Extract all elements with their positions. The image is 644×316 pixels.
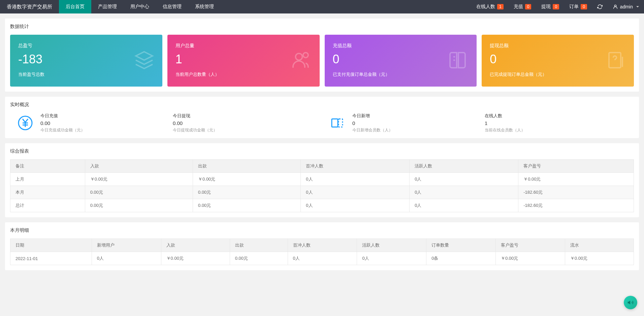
svg-point-0: [614, 5, 616, 7]
table-row: 总计0.00元0.00元0人0人-182.60元: [10, 199, 634, 212]
stats-panel: 数据统计 总盈亏 -183 当前盈亏总数 用户总量 1 当前用户总数量（人） 充…: [5, 19, 639, 92]
rt-value: 0: [352, 120, 393, 126]
realtime-grid: 今日充值 0.00 今日充值成功金额（元） 今日提现 0.00 今日提现成功金额…: [10, 113, 634, 133]
table-cell: 0.00元: [193, 199, 301, 212]
table-cell: 0.00元: [193, 186, 301, 199]
svg-marker-1: [136, 52, 153, 60]
order-badge: 0: [581, 4, 587, 9]
stat-label: 用户总量: [175, 43, 312, 49]
user-menu[interactable]: admin: [608, 0, 644, 13]
stat-desc: 当前用户总数量（人）: [175, 71, 312, 77]
order-label: 订单: [569, 4, 579, 10]
refresh-button[interactable]: [592, 0, 608, 13]
rt-value: 1: [485, 120, 525, 126]
users-icon: [291, 50, 312, 71]
main-nav: 后台首页 产品管理 用户中心 信息管理 系统管理: [59, 0, 221, 13]
table-header: 活跃人数: [357, 239, 426, 252]
table-cell: 0人: [301, 199, 410, 212]
realtime-title: 实时概况: [10, 102, 634, 108]
stat-card-deposit: 充值总额 0 已支付充值订单总金额（元）: [325, 35, 477, 87]
rt-value: 0.00: [40, 120, 85, 126]
report-panel: 综合报表 备注入款出款首冲人数活跃人数客户盈亏 上月￥0.00元￥0.00元0人…: [5, 143, 639, 217]
help-doc-icon: [606, 50, 626, 71]
rt-online: 在线人数 1 当前在线会员数（人）: [478, 113, 634, 133]
table-cell: 上月: [10, 173, 85, 186]
svg-rect-11: [339, 119, 343, 127]
rt-desc: 当前在线会员数（人）: [485, 127, 525, 133]
table-cell: 0.00元: [230, 252, 288, 265]
table-cell: -182.60元: [518, 199, 634, 212]
withdraw-indicator[interactable]: 提现 0: [536, 0, 564, 13]
stat-desc: 已支付充值订单总金额（元）: [333, 71, 469, 77]
withdraw-badge: 0: [553, 4, 559, 9]
table-header: 流水: [565, 239, 634, 252]
table-cell: 0人: [410, 199, 518, 212]
rt-label: 在线人数: [485, 113, 525, 119]
deposit-indicator[interactable]: 充值 0: [509, 0, 537, 13]
table-cell: 0人: [301, 173, 410, 186]
table-cell: -182.60元: [518, 186, 634, 199]
nav-product[interactable]: 产品管理: [91, 0, 124, 13]
stat-card-users: 用户总量 1 当前用户总数量（人）: [167, 35, 320, 87]
table-cell: 0人: [410, 173, 518, 186]
table-header: 入款: [85, 160, 193, 173]
user-icon: [613, 4, 618, 9]
online-label: 在线人数: [476, 4, 495, 10]
deposit-label: 充值: [514, 4, 523, 10]
rt-deposit: 今日充值 0.00 今日充值成功金额（元）: [10, 113, 166, 133]
table-cell: 0人: [301, 186, 410, 199]
table-cell: 2022-11-01: [10, 252, 92, 265]
table-header: 出款: [230, 239, 288, 252]
header-right: 在线人数 1 充值 0 提现 0 订单 0 admin: [471, 0, 644, 13]
realtime-panel: 实时概况 今日充值 0.00 今日充值成功金额（元） 今日提现 0.00 今日提…: [5, 97, 639, 138]
table-header: 新增用户: [92, 239, 161, 252]
rt-label: 今日充值: [40, 113, 85, 119]
table-cell: ￥0.00元: [161, 252, 230, 265]
rt-new-users: 今日新增 0 今日新增会员数（人）: [322, 113, 478, 133]
rt-label: 今日提现: [173, 113, 217, 119]
svg-rect-10: [332, 119, 338, 127]
table-row: 本月0.00元0.00元0人0人-182.60元: [10, 186, 634, 199]
table-header: 日期: [10, 239, 92, 252]
order-indicator[interactable]: 订单 0: [564, 0, 592, 13]
table-header: 入款: [161, 239, 230, 252]
stat-desc: 当前盈亏总数: [18, 71, 154, 77]
nav-user-center[interactable]: 用户中心: [124, 0, 156, 13]
layers-icon: [134, 50, 154, 71]
nav-system[interactable]: 系统管理: [188, 0, 221, 13]
rt-withdraw: 今日提现 0.00 今日提现成功金额（元）: [166, 113, 322, 133]
table-cell: 0人: [288, 252, 357, 265]
table-cell: ￥0.00元: [565, 252, 634, 265]
table-header: 出款: [193, 160, 301, 173]
table-cell: 0.00元: [85, 199, 193, 212]
refresh-icon: [597, 4, 603, 9]
svg-point-3: [303, 53, 308, 58]
table-cell: 0人: [410, 186, 518, 199]
table-cell: ￥0.00元: [193, 173, 301, 186]
stats-title: 数据统计: [10, 24, 634, 30]
nav-dashboard[interactable]: 后台首页: [59, 0, 91, 13]
rt-value: 0.00: [173, 120, 217, 126]
chevron-down-icon: [636, 6, 639, 9]
book-icon: [448, 50, 469, 71]
brand: 香港数字资产交易所: [0, 4, 59, 10]
rt-desc: 今日充值成功金额（元）: [40, 127, 85, 133]
svg-point-2: [295, 54, 302, 60]
stat-label: 提现总额: [490, 43, 626, 49]
table-row: 2022-11-010人￥0.00元0.00元0人0人0条￥0.00元￥0.00…: [10, 252, 634, 265]
online-indicator[interactable]: 在线人数 1: [471, 0, 509, 13]
table-header: 活跃人数: [410, 160, 518, 173]
card-icon: [329, 115, 346, 131]
online-badge: 1: [497, 4, 504, 9]
table-cell: ￥0.00元: [85, 173, 193, 186]
table-header: 订单数量: [426, 239, 496, 252]
stat-grid: 总盈亏 -183 当前盈亏总数 用户总量 1 当前用户总数量（人） 充值总额 0…: [10, 35, 634, 87]
yen-icon: [17, 115, 34, 131]
table-cell: 本月: [10, 186, 85, 199]
nav-info[interactable]: 信息管理: [156, 0, 188, 13]
table-header: 首冲人数: [288, 239, 357, 252]
monthly-title: 本月明细: [10, 227, 634, 233]
table-cell: 0人: [92, 252, 161, 265]
rt-desc: 今日新增会员数（人）: [352, 127, 393, 133]
monthly-panel: 本月明细 日期新增用户入款出款首冲人数活跃人数订单数量客户盈亏流水 2022-1…: [5, 222, 639, 270]
